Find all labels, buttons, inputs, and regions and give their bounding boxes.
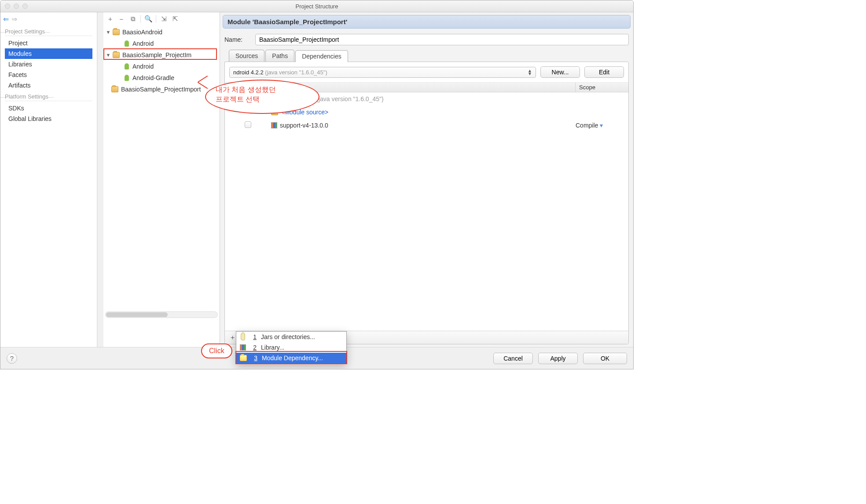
annotation-text: 내가 처음 생성했던 (216, 85, 309, 95)
ok-button[interactable]: OK (583, 353, 627, 364)
add-icon[interactable]: ＋ (106, 15, 114, 23)
window-title: Project Structure (296, 3, 338, 10)
left-sidebar: ⇐ ⇒ Project Settings Project Modules Lib… (0, 12, 97, 347)
popup-item-jars[interactable]: 1 Jars or directories... (236, 332, 346, 342)
folder-icon (240, 355, 247, 361)
titlebar: Project Structure (0, 0, 633, 12)
modules-tree-panel: ＋ − ⧉ 🔍 ⇲ ⇱ ▼BaasioAndroid Android ▼Baas… (103, 12, 220, 347)
module-editor: Module 'BaasioSample_ProjectImport' Name… (220, 12, 633, 347)
remove-icon[interactable]: − (117, 15, 125, 23)
name-label: Name: (224, 36, 255, 43)
sidebar-item-artifacts[interactable]: Artifacts (5, 80, 92, 91)
dependencies-list[interactable]: Android 4.2.2 (java version "1.6.0_45") … (225, 92, 628, 331)
section-platform-settings: Platform Settings (5, 93, 92, 101)
tree-label: BaasioSample_ProjectIm (122, 51, 191, 58)
module-name-input[interactable] (255, 34, 629, 45)
sdk-version: (java version "1.6.0_45") (265, 69, 327, 76)
sidebar-item-project[interactable]: Project (5, 38, 92, 48)
module-header: Module 'BaasioSample_ProjectImport' (223, 15, 631, 29)
annotation-text: 프로젝트 선택 (216, 95, 309, 104)
copy-icon[interactable]: ⧉ (129, 15, 137, 23)
left-splitter[interactable] (97, 12, 103, 347)
history-nav: ⇐ ⇒ (0, 12, 97, 26)
dep-row[interactable]: support-v4-13.0.0 Compile (225, 119, 628, 132)
tree-toolbar: ＋ − ⧉ 🔍 ⇲ ⇱ (103, 12, 220, 26)
popup-item-num: 2 (249, 344, 257, 351)
tree-horizontal-scrollbar[interactable] (105, 311, 218, 318)
zoom-dot[interactable] (22, 4, 28, 9)
sidebar-item-sdks[interactable]: SDKs (5, 103, 92, 113)
tree-label: Android (132, 40, 154, 47)
add-dependency-popup: 1 Jars or directories... 2 Library... 3 … (236, 331, 347, 364)
module-tabs: Sources Paths Dependencies (229, 50, 631, 62)
project-structure-dialog: Project Structure ⇐ ⇒ Project Settings P… (0, 0, 634, 369)
close-dot[interactable] (5, 4, 10, 9)
tree-label: BaasioAndroid (122, 29, 162, 36)
popup-item-num: 3 (250, 354, 257, 362)
sidebar-item-libraries[interactable]: Libraries (5, 59, 92, 69)
collapse-all-icon[interactable]: ⇱ (171, 15, 179, 23)
toolbar-separator (140, 15, 141, 23)
sidebar-item-global-libraries[interactable]: Global Libraries (5, 113, 92, 124)
popup-item-label: Jars or directories... (261, 333, 315, 340)
tab-dependencies[interactable]: Dependencies (295, 50, 348, 62)
tab-paths[interactable]: Paths (265, 50, 294, 62)
tree-row[interactable]: Android (103, 61, 220, 72)
library-icon (271, 122, 277, 128)
section-project-settings: Project Settings (5, 28, 92, 36)
minimize-dot[interactable] (14, 4, 19, 9)
tree-label: Android-Gradle (132, 74, 174, 81)
toolbar-separator (156, 15, 156, 23)
sdk-value: ndroid 4.2.2 (233, 69, 264, 76)
export-checkbox[interactable] (245, 121, 251, 128)
tree-row-selected-baasiosample[interactable]: ▼BaasioSample_ProjectIm (103, 49, 220, 61)
dep-dim: (java version "1.6.0_45") (316, 95, 383, 102)
sidebar-item-modules[interactable]: Modules (5, 48, 92, 59)
search-icon[interactable]: 🔍 (144, 15, 152, 23)
annotation-bubble-select-project: 내가 처음 생성했던 프로젝트 선택 (205, 80, 319, 114)
annotation-bubble-tail (198, 76, 208, 88)
tree-row[interactable]: ▼BaasioAndroid (103, 26, 220, 38)
expand-all-icon[interactable]: ⇲ (160, 15, 168, 23)
folder-icon (111, 86, 118, 92)
tree-label: BaasioSample_ProjectImport (121, 86, 201, 93)
jar-icon (241, 333, 245, 340)
annotation-text: Click (209, 347, 224, 354)
col-scope: Scope (576, 83, 628, 92)
sdk-new-button[interactable]: New... (540, 66, 580, 78)
annotation-bubble-click: Click (201, 343, 232, 358)
folder-icon (113, 29, 120, 35)
android-icon (124, 63, 130, 69)
popup-item-module-dependency[interactable]: 3 Module Dependency... (236, 353, 346, 363)
forward-icon[interactable]: ⇒ (11, 15, 17, 23)
tree-label: Android (132, 63, 154, 70)
modules-tree[interactable]: ▼BaasioAndroid Android ▼BaasioSample_Pro… (103, 26, 220, 339)
android-icon (124, 75, 130, 81)
tree-row[interactable]: Android (103, 38, 220, 49)
help-button[interactable]: ? (7, 353, 17, 364)
popup-item-num: 1 (249, 333, 257, 340)
folder-icon (113, 52, 120, 58)
sidebar-item-facets[interactable]: Facets (5, 69, 92, 80)
cancel-button[interactable]: Cancel (493, 353, 533, 364)
col-name (271, 83, 576, 92)
scrollbar-thumb[interactable] (106, 312, 168, 317)
scope-dropdown[interactable]: Compile (576, 122, 628, 129)
dropdown-stepper-icon: ▲▼ (528, 69, 532, 75)
popup-item-label: Library... (261, 344, 284, 351)
back-icon[interactable]: ⇐ (3, 15, 9, 23)
popup-item-library[interactable]: 2 Library... (236, 342, 346, 353)
sdk-edit-button[interactable]: Edit (584, 66, 624, 78)
window-controls (5, 4, 28, 9)
apply-button[interactable]: Apply (538, 353, 578, 364)
tab-sources[interactable]: Sources (229, 50, 264, 62)
android-icon (124, 40, 130, 47)
library-icon (240, 344, 246, 351)
popup-item-label: Module Dependency... (262, 354, 323, 362)
dialog-content: ⇐ ⇒ Project Settings Project Modules Lib… (0, 12, 633, 347)
module-sdk-row: ndroid 4.2.2 (java version "1.6.0_45") ▲… (225, 62, 628, 83)
module-sdk-dropdown[interactable]: ndroid 4.2.2 (java version "1.6.0_45") ▲… (229, 67, 536, 78)
dep-label: support-v4-13.0.0 (280, 122, 328, 129)
